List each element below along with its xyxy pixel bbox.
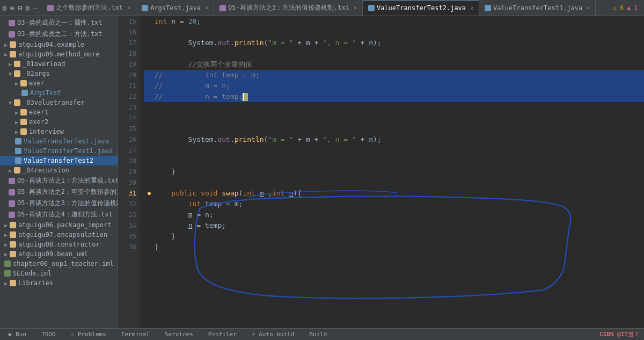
tab-argstest[interactable]: ArgsTest.java × [136,1,214,16]
tab-txt1[interactable]: 之个数形参的方法.txt × [42,1,136,16]
kw-int-32: int [188,199,201,209]
out-26: out [217,134,230,145]
tab-close-txt1[interactable]: × [127,5,130,11]
plain-31a [155,188,171,199]
code-line-35: } [144,231,644,242]
sidebar-item-secode[interactable]: SECode.iml [0,269,118,278]
bottom-build[interactable]: Build [305,330,331,339]
plain-31h: ){ [293,188,302,199]
minus-icon[interactable]: — [33,4,38,12]
sidebar-icon-secode [4,270,11,277]
sidebar-item-atguigu06[interactable]: ▶ atguigu06.package_import [0,220,118,230]
main-area: 03-类的成员之一：属性.txt 03-类的成员之二：方法.txt ▶ atgu… [0,16,644,328]
sidebar-label-atguigu07: atguigu07.encapsulation [18,231,107,238]
plain-35: } [155,231,175,242]
out-17: out [217,38,230,48]
sidebar-item-attr1[interactable]: 03-类的成员之一：属性.txt [0,17,118,28]
arrow-atguigu05: ▶ [4,52,8,57]
sidebar-item-01overload[interactable]: ▶ _01overload [0,59,118,69]
tab-close-vtt1[interactable]: × [587,5,590,11]
sidebar-label-vtt1: ValueTransferTest1.java [24,147,113,155]
sidebar-item-atguigu05[interactable]: ▶ atguigu05.method_more [0,49,118,59]
sidebar-label-chapter06: chapter06_oop1_teacher.iml [13,260,114,267]
sidebar-label-argstest: ArgsTest [30,89,61,97]
sidebar-label-exer2: exer2 [29,118,48,126]
sidebar-label-secode: SECode.iml [13,270,52,277]
sidebar-item-exer[interactable]: ▶ exer [0,78,118,88]
bottom-autobuild[interactable]: ⚡ Auto-build [247,330,298,339]
tab-txt3[interactable]: 05-再谈方法之3：方法的值传递机制.txt × [214,1,363,16]
sidebar-item-atguigu04[interactable]: ▶ atguigu04.example [0,40,118,49]
var-m-31: m [260,188,264,199]
settings-icon[interactable]: ⚙ [2,4,6,12]
sidebar-item-txt2[interactable]: 05-再谈方法之2：可变个数形参的方法.txt [0,186,118,198]
plain-33b: = n; [192,209,213,220]
code-line-32: int temp = m; [144,199,644,209]
sidebar-label-03valuetransfer: _03valuetransfer [23,99,85,106]
sidebar-item-argstest[interactable]: ArgsTest [0,88,118,98]
sidebar-item-txt3[interactable]: 05-再谈方法之3：方法的值传递机制.txt [0,198,118,209]
gear-icon[interactable]: ⚙ [25,4,30,12]
plain-32b: temp = m; [201,199,243,209]
tab-label-argstest: ArgsTest.java [150,4,201,12]
split-icon[interactable]: ⊟ [18,4,22,12]
tab-vtt1[interactable]: ValueTransferTest1.java × [479,1,596,16]
code-line-26: System.out.println("m = " + m + ", n = "… [144,134,644,145]
plain-19a [155,59,188,70]
folder-icon-atguigu09 [10,251,16,257]
plain-31d: ( [239,188,243,199]
tab-vtt2[interactable]: ValueTransferTest2.java × [363,1,479,16]
line-num-34: 34 [118,220,136,231]
sidebar-item-vtt1[interactable]: ValueTransferTest1.java [0,146,118,156]
bottom-run[interactable]: ▶ Run [4,330,31,339]
sidebar-item-exer2[interactable]: ▶ exer2 [0,117,118,127]
folder-icon-01overload [14,61,20,67]
sidebar-item-03valuetransfer[interactable]: ▼ _03valuetransfer [0,98,118,107]
cmt-22: // n = temp; [155,91,243,102]
tab-close-txt3[interactable]: × [354,5,357,11]
plain-31e [255,188,260,199]
kw-int-20: int [205,70,217,81]
sidebar-item-txt1[interactable]: 05-再谈方法之1：方法的重载.txt [0,175,118,186]
sidebar-item-atguigu09[interactable]: ▶ atguigu09.bean_uml [0,249,118,259]
sidebar-item-vtt[interactable]: ValueTransferTest.java [0,136,118,146]
bottom-problems[interactable]: ⚠ Problems [67,330,111,339]
bottom-services[interactable]: Services [160,330,197,339]
sidebar-item-libraries[interactable]: ▶ Libraries [0,278,118,288]
sidebar-item-method1[interactable]: 03-类的成员之二：方法.txt [0,28,118,40]
bottom-terminal[interactable]: Terminal [117,330,154,339]
sidebar-label-02args: _02args [23,70,50,77]
line-num-17: 17 [118,38,136,48]
sidebar-item-02args[interactable]: ▼ _02args [0,69,118,78]
layout-icon[interactable]: ≡ [10,4,14,12]
code-line-34: n = temp; [144,220,644,231]
sidebar-item-chapter06[interactable]: chapter06_oop1_teacher.iml [0,259,118,269]
line-num-16: 16 [118,27,136,38]
code-content[interactable]: int n = 20; System.out.println("m = " + … [140,16,644,328]
sidebar-item-04recursion[interactable]: ▶ _04recursion [0,165,118,175]
plain-31g [285,188,289,199]
tab-close-vtt2[interactable]: × [470,5,473,11]
code-editor[interactable]: int n = 20; System.out.println("m = " + … [140,16,644,252]
error-icon: ▲ 1 [627,4,638,11]
bottom-profiler[interactable]: Profiler [204,330,241,339]
folder-icon-atguigu08 [10,241,16,248]
sidebar-item-atguigu08[interactable]: ▶ atguigu08.constructor [0,240,118,249]
var-n-31: n [289,188,294,199]
code-line-29: } [144,167,644,177]
sidebar-item-exer1[interactable]: ▶ exer1 [0,107,118,117]
sidebar-item-vtt2-selected[interactable]: ValueTransferTest2 [0,156,118,165]
sidebar-item-txt4[interactable]: 05-再谈方法之4：递归方法.txt [0,209,118,220]
code-line-30 [144,177,644,188]
arrow-exer: ▶ [15,81,18,86]
sidebar-item-atguigu07[interactable]: ▶ atguigu07.encapsulation [0,230,118,240]
tab-icon-vtt1 [485,5,491,11]
sidebar-item-interview[interactable]: ▶ interview [0,127,118,136]
folder-icon-atguigu05 [10,51,16,57]
bottom-todo[interactable]: TODO [37,330,60,339]
plain-34b: = temp; [192,220,226,231]
tab-icon-txt3 [219,5,226,11]
line-num-30: 30 [118,177,136,188]
tab-close-argstest[interactable]: × [205,5,208,11]
folder-icon-libraries [10,280,16,286]
